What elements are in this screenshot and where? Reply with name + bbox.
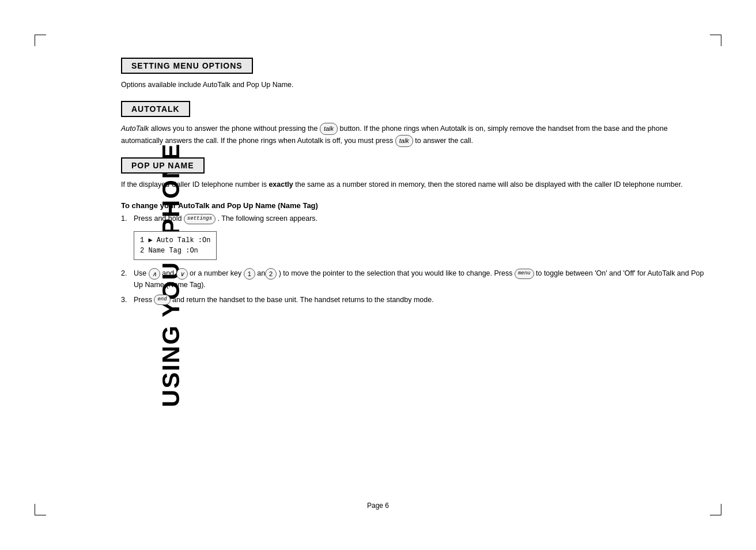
steps-list: 1. Press and hold settings . The followi…: [121, 213, 704, 224]
setting-menu-header: SETTING MENU OPTIONS: [121, 58, 253, 74]
page-number: Page 6: [367, 502, 389, 510]
key-1-icon: 1: [244, 268, 255, 280]
steps-list-2: 2. Use ∧ and ∨ or a number key 1 an2 ) t…: [121, 268, 704, 306]
settings-button: settings: [184, 214, 216, 224]
corner-mark-tl: [35, 35, 46, 46]
autotalk-text: AutoTalk allows you to answer the phone …: [121, 123, 704, 147]
section-steps: To change your AutoTalk and Pop Up Name …: [121, 201, 704, 306]
end-button: end: [154, 295, 170, 305]
popup-name-text: If the displayed Caller ID telephone num…: [121, 179, 704, 190]
setting-menu-intro: Options available include AutoTalk and P…: [121, 80, 704, 91]
talk-button-1: talk: [320, 123, 338, 135]
corner-mark-tr: [710, 35, 721, 46]
step-1-num: 1.: [121, 213, 130, 224]
step-2: 2. Use ∧ and ∨ or a number key 1 an2 ) t…: [121, 268, 704, 291]
key-2-icon: 2: [265, 268, 277, 280]
steps-subheading: To change your AutoTalk and Pop Up Name …: [121, 201, 704, 210]
up-arrow-icon: ∧: [149, 268, 160, 280]
corner-mark-br: [710, 504, 721, 515]
autotalk-italic: AutoTalk: [121, 125, 149, 133]
step-2-text: Use ∧ and ∨ or a number key 1 an2 ) to m…: [134, 268, 704, 291]
popup-name-header: POP UP NAME: [121, 157, 205, 174]
step-3-text: Press end and return the handset to the …: [134, 295, 434, 306]
talk-button-2: talk: [395, 135, 413, 147]
step-1: 1. Press and hold settings . The followi…: [121, 213, 704, 224]
screen-line-2: 2 Name Tag :On: [140, 246, 210, 256]
menu-button: menu: [515, 269, 534, 279]
main-content: SETTING MENU OPTIONS Options available i…: [121, 58, 704, 492]
step-3: 3. Press end and return the handset to t…: [121, 295, 704, 306]
section-autotalk: AUTOTALK AutoTalk allows you to answer t…: [121, 101, 704, 147]
screen-display: 1 ▶ Auto Talk :On 2 Name Tag :On: [134, 231, 217, 260]
step-1-text: Press and hold settings . The following …: [134, 213, 317, 224]
step-3-num: 3.: [121, 295, 130, 306]
screen-line-1: 1 ▶ Auto Talk :On: [140, 235, 210, 246]
step-2-num: 2.: [121, 268, 130, 279]
down-arrow-icon: ∨: [176, 268, 188, 280]
section-setting-menu: SETTING MENU OPTIONS Options available i…: [121, 58, 704, 91]
section-popup-name: POP UP NAME If the displayed Caller ID t…: [121, 157, 704, 190]
autotalk-header: AUTOTALK: [121, 101, 190, 117]
corner-mark-bl: [35, 504, 46, 515]
exactly-bold: exactly: [269, 180, 293, 189]
